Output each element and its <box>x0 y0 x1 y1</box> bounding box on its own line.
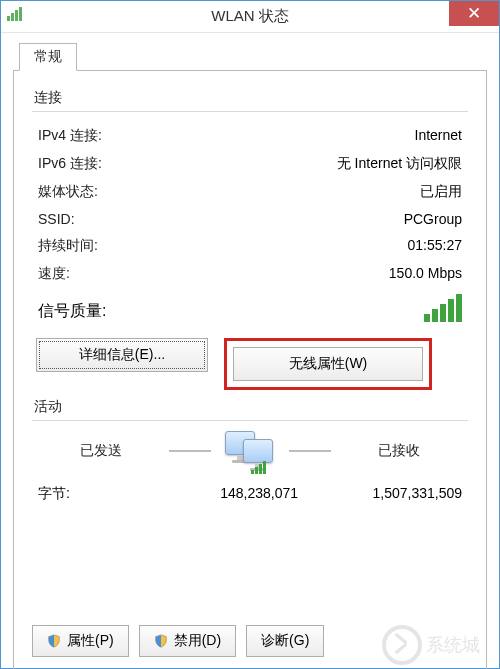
shield-icon <box>47 634 61 648</box>
ssid-value: PCGroup <box>404 211 462 227</box>
tab-strip: 常规 <box>19 43 487 71</box>
properties-button[interactable]: 属性(P) <box>32 625 129 657</box>
signal-label: 信号质量: <box>38 301 106 322</box>
signal-strength-icon <box>424 294 462 322</box>
activity-graphic: 已发送 已接收 <box>32 431 468 471</box>
ipv6-row: IPv6 连接: 无 Internet 访问权限 <box>32 150 468 178</box>
watermark-text: 系统城 <box>426 633 480 657</box>
diagnose-button[interactable]: 诊断(G) <box>246 625 324 657</box>
media-label: 媒体状态: <box>38 183 98 201</box>
bytes-sent: 148,238,071 <box>138 485 298 503</box>
wlan-status-window: WLAN 状态 ✕ 常规 连接 IPv4 连接: Internet IPv6 连… <box>0 0 500 669</box>
received-label: 已接收 <box>345 442 453 460</box>
speed-value: 150.0 Mbps <box>389 265 462 283</box>
divider <box>32 111 468 112</box>
ssid-label: SSID: <box>38 211 75 227</box>
wireless-properties-button[interactable]: 无线属性(W) <box>233 347 423 381</box>
diagnose-button-label: 诊断(G) <box>261 632 309 650</box>
window-title: WLAN 状态 <box>211 7 289 26</box>
duration-value: 01:55:27 <box>408 237 463 255</box>
properties-button-label: 属性(P) <box>67 632 114 650</box>
general-panel: 连接 IPv4 连接: Internet IPv6 连接: 无 Internet… <box>13 70 487 669</box>
signal-row: 信号质量: <box>32 288 468 324</box>
ipv4-row: IPv4 连接: Internet <box>32 122 468 150</box>
bytes-received: 1,507,331,509 <box>338 485 462 503</box>
bottom-buttons: 属性(P) 禁用(D) 诊断(G) <box>32 625 324 657</box>
bytes-label: 字节: <box>38 485 138 503</box>
ipv4-label: IPv4 连接: <box>38 127 102 145</box>
watermark-icon <box>382 625 422 665</box>
media-value: 已启用 <box>420 183 462 201</box>
sent-label: 已发送 <box>47 442 155 460</box>
bytes-row: 字节: 148,238,071 1,507,331,509 <box>32 477 468 511</box>
media-row: 媒体状态: 已启用 <box>32 178 468 206</box>
disable-button[interactable]: 禁用(D) <box>139 625 236 657</box>
details-button[interactable]: 详细信息(E)... <box>36 338 208 372</box>
activity-section: 活动 已发送 已接收 字节: 148,238,071 <box>32 398 468 511</box>
close-button[interactable]: ✕ <box>449 1 499 26</box>
speed-row: 速度: 150.0 Mbps <box>32 260 468 288</box>
tab-general[interactable]: 常规 <box>19 43 77 71</box>
connection-buttons: 详细信息(E)... 无线属性(W) <box>36 338 464 390</box>
ipv6-label: IPv6 连接: <box>38 155 102 173</box>
watermark: 系统城 <box>382 625 480 665</box>
wireless-button-label: 无线属性(W) <box>289 355 368 373</box>
duration-label: 持续时间: <box>38 237 98 255</box>
ipv6-value: 无 Internet 访问权限 <box>337 155 462 173</box>
ipv4-value: Internet <box>415 127 462 145</box>
dash-right <box>289 450 331 452</box>
shield-icon <box>154 634 168 648</box>
ssid-row: SSID: PCGroup <box>32 206 468 232</box>
duration-row: 持续时间: 01:55:27 <box>32 232 468 260</box>
dash-left <box>169 450 211 452</box>
divider <box>32 420 468 421</box>
disable-button-label: 禁用(D) <box>174 632 221 650</box>
client-area: 常规 连接 IPv4 连接: Internet IPv6 连接: 无 Inter… <box>1 33 499 669</box>
wireless-button-highlight: 无线属性(W) <box>224 338 432 390</box>
signal-icon <box>7 7 22 21</box>
activity-header: 活动 <box>34 398 468 416</box>
network-monitors-icon <box>225 431 275 471</box>
details-button-label: 详细信息(E)... <box>79 346 165 364</box>
titlebar: WLAN 状态 ✕ <box>1 1 499 33</box>
connection-header: 连接 <box>34 89 468 107</box>
speed-label: 速度: <box>38 265 70 283</box>
